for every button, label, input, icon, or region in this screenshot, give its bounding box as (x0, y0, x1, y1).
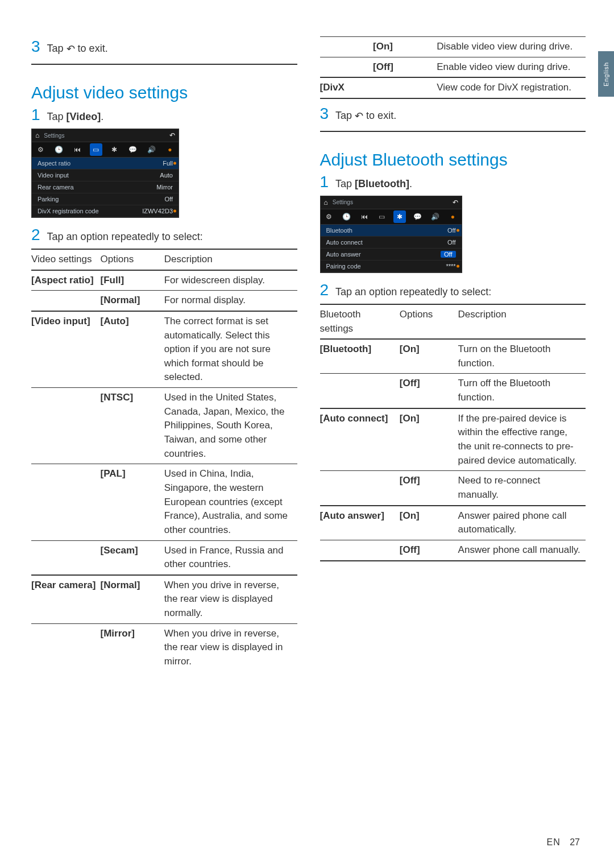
cell-setting (320, 374, 400, 408)
cell-option: [Off] (400, 540, 458, 560)
col-video-settings: Video settings (31, 249, 101, 270)
cell-setting: [Auto connect] (320, 408, 400, 471)
cell-setting (31, 464, 101, 540)
cell-setting (320, 471, 400, 506)
cell-option: [Secam] (101, 540, 164, 575)
shot-row: DivX registration codeIZWV42D3 (32, 205, 179, 217)
scroll-dot-icon (457, 264, 459, 267)
cell-option: [Off] (400, 471, 458, 506)
scroll-dot-icon (457, 229, 459, 232)
shot-row-label: Bluetooth (326, 227, 352, 234)
text: to exit. (75, 43, 108, 54)
cell-description: Disable video view during drive. (437, 37, 586, 57)
video-options-table-cont: [On]Disable video view during drive.[Off… (320, 36, 586, 99)
col-options: Options (101, 249, 164, 270)
text: . (409, 178, 412, 189)
text: . (101, 111, 103, 122)
cell-setting (31, 540, 101, 575)
chat-icon: 💬 (127, 143, 139, 156)
shot-tabbar: ⚙ 🕒 ⏮ ▭ ✱ 💬 🔊 ● (32, 142, 179, 158)
cell-description: Enable video view during drive. (437, 57, 586, 77)
cell-description: Answer paired phone call automatically. (458, 506, 586, 540)
heading-adjust-bluetooth: Adjust Bluetooth settings (320, 140, 586, 170)
table-row: [Off]Turn off the Bluetooth function. (320, 374, 586, 408)
table-row: [Off]Enable video view during drive. (320, 57, 586, 77)
step-1-bluetooth: 1 Tap [Bluetooth]. (320, 173, 586, 191)
col-description: Description (164, 249, 297, 270)
cell-option (373, 77, 437, 98)
shot-row-value: Off (441, 251, 455, 258)
cell-option: [Normal] (101, 291, 164, 311)
cell-option: [Mirror] (101, 623, 164, 671)
power-icon: ● (164, 143, 176, 156)
col-description: Description (458, 304, 586, 339)
cell-setting: [Aspect ratio] (31, 270, 101, 291)
shot-row: Aspect ratioFull (32, 158, 179, 170)
step-text: Tap an option repeatedly to select: (47, 231, 203, 243)
cell-setting: [Video input] (31, 311, 101, 388)
right-column: [On]Disable video view during drive.[Off… (320, 34, 586, 677)
shot-row-label: Aspect ratio (38, 160, 70, 167)
table-row: [Mirror]When you drive in reverse, the r… (31, 623, 297, 671)
shot-row-label: Pairing code (326, 263, 361, 270)
shot-row-value: Off (447, 239, 455, 246)
shot-row-value: **** (446, 263, 455, 270)
cell-description: The correct format is set automatically.… (164, 311, 297, 388)
video-tab-icon: ▭ (90, 143, 102, 156)
heading-adjust-video: Adjust video settings (31, 73, 297, 102)
shot-row-label: Parking (38, 196, 59, 202)
divider (320, 131, 586, 132)
bluetooth-icon: ✱ (108, 143, 121, 156)
divider (31, 64, 297, 65)
cell-setting: [Bluetooth] (320, 339, 400, 374)
col-options: Options (400, 304, 458, 339)
bluetooth-tab-icon: ✱ (393, 210, 406, 223)
step-text: Tap [Video]. (47, 111, 104, 123)
step-number: 2 (31, 226, 40, 244)
cell-option: [Auto] (101, 311, 164, 388)
shot-row-value: IZWV42D3 (142, 208, 173, 214)
cell-description: When you drive in reverse, the rear view… (164, 575, 297, 623)
shot-row: Auto connectOff (321, 237, 462, 249)
cell-description: Used in France, Russia and other countri… (164, 540, 297, 575)
power-icon: ● (446, 210, 459, 223)
shot-title: Settings (333, 199, 353, 205)
volume-icon: 🔊 (429, 210, 441, 223)
shot-row-label: Auto answer (326, 251, 361, 258)
shot-title: Settings (44, 133, 64, 139)
page-footer: EN 27 (547, 837, 580, 848)
shot-row-label: Video input (38, 172, 69, 179)
screenshot-video-settings: ⌂ Settings ↶ ⚙ 🕒 ⏮ ▭ ✱ 💬 🔊 ● Aspect rati… (31, 129, 179, 218)
shot-row: Pairing code**** (321, 261, 462, 272)
table-row: [Secam]Used in France, Russia and other … (31, 540, 297, 575)
text: Tap (47, 111, 67, 122)
step-number: 1 (320, 173, 329, 191)
cell-option: [On] (400, 339, 458, 374)
home-icon: ⌂ (35, 131, 39, 139)
back-icon: ↶ (169, 131, 175, 139)
cell-option: [On] (400, 506, 458, 540)
step-number: 2 (320, 281, 329, 299)
table-row: [Auto connect][On]If the pre-paired devi… (320, 408, 586, 471)
cell-setting (31, 388, 101, 464)
cell-description: Turn off the Bluetooth function. (458, 374, 586, 408)
cell-setting (320, 37, 374, 57)
cell-option: [Off] (373, 57, 437, 77)
table-row: [Rear camera][Normal]When you drive in r… (31, 575, 297, 623)
cell-option: [Off] (400, 374, 458, 408)
cell-description: If the pre-paired device is within the e… (458, 408, 586, 471)
footer-lang: EN (547, 837, 561, 847)
cell-description: Used in China, India, Singapore, the wes… (164, 464, 297, 540)
cell-setting (31, 291, 101, 311)
cell-option: [On] (400, 408, 458, 471)
shot-row-value: Auto (160, 172, 173, 179)
shot-titlebar: ⌂ Settings ↶ (321, 196, 462, 209)
step-2-bluetooth: 2 Tap an option repeatedly to select: (320, 281, 586, 299)
gear-icon: ⚙ (34, 143, 47, 156)
media-icon: ⏮ (71, 143, 84, 156)
cell-option: [NTSC] (101, 388, 164, 464)
shot-row-value: Off (447, 227, 455, 234)
volume-icon: 🔊 (145, 143, 157, 156)
shot-row-value: Full (163, 160, 173, 167)
text: to exit. (363, 110, 396, 121)
